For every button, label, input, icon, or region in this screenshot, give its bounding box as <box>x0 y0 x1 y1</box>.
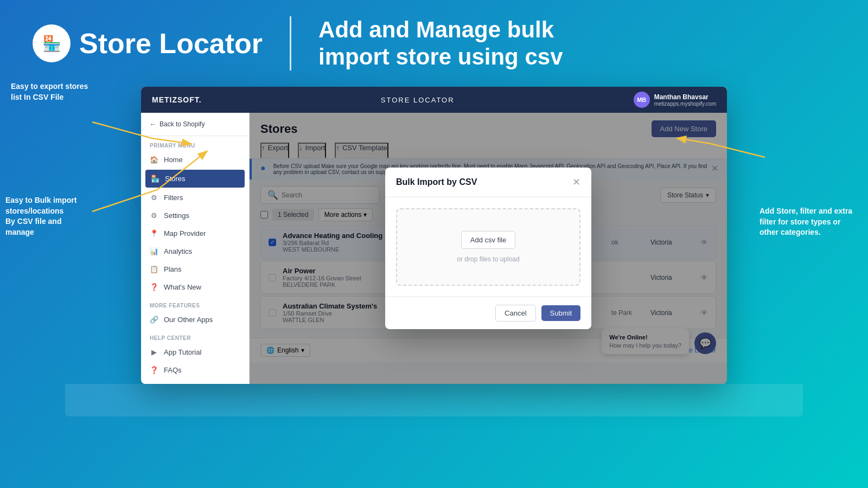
app-header: METIZSOFT. STORE LOCATOR MB Manthan Bhav… <box>141 87 727 113</box>
settings-icon: ⚙ <box>150 211 158 220</box>
main-area: Stores Add New Store ↑ Export ↓ Import <box>250 113 727 384</box>
sidebar-map-label: Map Provider <box>164 229 206 237</box>
tutorial-icon: ▶ <box>150 348 158 356</box>
sidebar-item-home[interactable]: 🏠 Home <box>141 151 249 169</box>
main-content: Easy to export stores list In CSV File E… <box>0 87 868 416</box>
add-csv-file-button[interactable]: Add csv file <box>461 231 515 249</box>
drop-text: or drop files to upload <box>408 255 569 263</box>
whats-new-icon: ❓ <box>150 283 158 291</box>
sidebar-item-map-provider[interactable]: 📍 Map Provider <box>141 224 249 242</box>
csv-drop-zone[interactable]: Add csv file or drop files to upload <box>396 208 580 286</box>
user-info-area: MB Manthan Bhavsar metizapps.myshopify.c… <box>634 92 716 108</box>
cancel-button[interactable]: Cancel <box>495 305 535 322</box>
sidebar-whats-new-label: What's New <box>164 283 201 291</box>
user-avatar: MB <box>634 92 650 108</box>
annotation-add-store: Add Store, filter and extra filter for s… <box>760 206 857 238</box>
help-center-label: HELP CENTER <box>141 329 249 343</box>
modal-title: Bulk Import by CSV <box>396 177 477 187</box>
sidebar-item-filters[interactable]: ⚙ Filters <box>141 189 249 207</box>
sidebar-item-faqs[interactable]: ❓ FAQs <box>141 361 249 379</box>
sidebar-item-tutorial[interactable]: ▶ App Tutorial <box>141 343 249 361</box>
sidebar-filters-label: Filters <box>164 194 183 202</box>
more-features-label: MORE FEATURES <box>141 296 249 311</box>
annotation-import: Easy to Bulk import stores/locations By … <box>5 195 76 237</box>
home-icon: 🏠 <box>150 156 158 164</box>
sidebar-faqs-label: FAQs <box>164 366 182 374</box>
other-apps-icon: 🔗 <box>150 316 158 324</box>
header-subtitle: Add and Manage bulk import store using c… <box>318 16 563 71</box>
sidebar-item-settings[interactable]: ⚙ Settings <box>141 207 249 224</box>
app-title: Store Locator <box>79 27 263 60</box>
header-divider <box>290 16 291 70</box>
sidebar-tutorial-label: App Tutorial <box>164 348 201 356</box>
sidebar-item-analytics[interactable]: 📊 Analytics <box>141 242 249 260</box>
top-header: 🏪 Store Locator Add and Manage bulk impo… <box>0 0 868 87</box>
user-details: Manthan Bhavsar metizapps.myshopify.com <box>654 93 716 107</box>
sidebar-other-apps-label: Our Other Apps <box>164 316 213 324</box>
faqs-icon: ❓ <box>150 366 158 374</box>
back-to-shopify-btn[interactable]: ← Back to Shopify <box>141 113 249 136</box>
modal-body: Add csv file or drop files to upload <box>385 197 591 297</box>
app-logo: METIZSOFT. <box>152 95 202 104</box>
analytics-icon: 📊 <box>150 247 158 255</box>
sidebar-stores-label: Stores <box>165 175 186 183</box>
bottom-strip <box>65 384 803 416</box>
modal-footer: Cancel Submit <box>385 297 591 329</box>
sidebar-settings-label: Settings <box>164 211 189 220</box>
sidebar-item-plans[interactable]: 📋 Plans <box>141 260 249 278</box>
back-arrow-icon: ← <box>150 120 156 128</box>
sidebar-analytics-label: Analytics <box>164 247 192 255</box>
filters-icon: ⚙ <box>150 194 158 202</box>
plans-icon: 📋 <box>150 265 158 273</box>
app-header-title: STORE LOCATOR <box>381 96 455 104</box>
sidebar-item-stores[interactable]: 🏪 Stores <box>145 170 245 188</box>
sidebar: ← Back to Shopify PRIMARY MENU 🏠 Home 🏪 … <box>141 113 250 384</box>
sidebar-item-whats-new[interactable]: ❓ What's New <box>141 278 249 296</box>
sidebar-item-other-apps[interactable]: 🔗 Our Other Apps <box>141 311 249 329</box>
sidebar-plans-label: Plans <box>164 265 182 273</box>
stores-icon: 🏪 <box>151 175 159 183</box>
submit-button[interactable]: Submit <box>541 305 580 321</box>
app-body: ← Back to Shopify PRIMARY MENU 🏠 Home 🏪 … <box>141 113 727 384</box>
app-window: METIZSOFT. STORE LOCATOR MB Manthan Bhav… <box>141 87 727 384</box>
store-locator-icon: 🏪 <box>33 24 71 62</box>
user-name: Manthan Bhavsar <box>654 93 716 101</box>
modal-overlay: Bulk Import by CSV ✕ Add csv file or dro… <box>250 113 727 384</box>
modal-header: Bulk Import by CSV ✕ <box>385 168 591 197</box>
sidebar-home-label: Home <box>164 156 183 164</box>
logo-area: 🏪 Store Locator <box>33 24 263 62</box>
bulk-import-modal: Bulk Import by CSV ✕ Add csv file or dro… <box>385 168 591 329</box>
primary-menu-label: PRIMARY MENU <box>141 136 249 151</box>
map-icon: 📍 <box>150 229 158 237</box>
annotation-export: Easy to export stores list In CSV File <box>11 81 98 102</box>
user-email: metizapps.myshopify.com <box>654 101 716 107</box>
modal-close-button[interactable]: ✕ <box>572 176 580 188</box>
sidebar-item-helpdesk[interactable]: 💬 Help desk <box>141 379 249 384</box>
